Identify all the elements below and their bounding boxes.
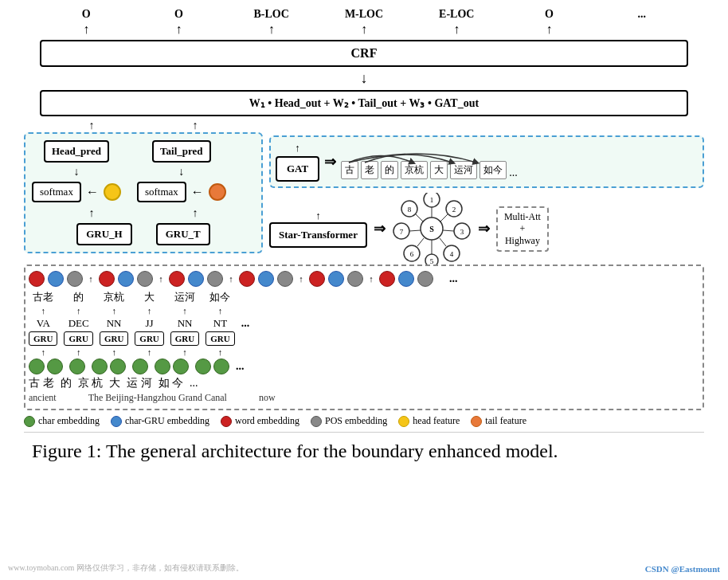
divider — [24, 432, 704, 433]
dots-emb: ... — [449, 272, 458, 285]
watermark-right: CSDN @Eastmount — [645, 564, 720, 574]
green-circle-lao — [47, 359, 63, 374]
green-circle-hang — [110, 359, 126, 374]
green-circle-ru — [195, 359, 211, 374]
label-o3: O — [530, 8, 569, 21]
green-circle-yun — [155, 359, 170, 374]
legend-word-emb-circle — [221, 416, 232, 427]
formula-box: W₁ • Head_out + W₂ • Tail_out + W₃ • GAT… — [40, 90, 688, 116]
legend-head-feature-circle — [398, 416, 409, 427]
label-dots1: ... — [622, 8, 662, 21]
gat-area: ↑ GAT ⇒ — [269, 135, 704, 188]
arrow-up-2: ↑ — [159, 22, 198, 37]
char-gru-circle-6 — [398, 271, 414, 287]
word-pos-gru-row: 古老 ↑ VA GRU ↑ 的 ↑ DEC GRU ↑ 京杭 ↑ NN GRU … — [29, 290, 699, 357]
legend-pos-emb: POS embedding — [311, 415, 387, 427]
pos-circle-6 — [417, 271, 433, 287]
legend-head-feature-label: head feature — [413, 415, 460, 427]
formula-label: W₁ • Head_out + W₂ • Tail_out + W₃ • GAT… — [249, 97, 479, 109]
pos-circle-2 — [137, 271, 153, 287]
output-labels-row: O O B-LOC M-LOC E-LOC O ... — [16, 8, 712, 21]
tail-softmax-box: softmax — [137, 182, 186, 202]
legend-char-emb-circle — [24, 416, 35, 427]
watermark-left: www.toymoban.com 网络仅供学习，非存储，如有侵权请联系删除。 — [8, 562, 244, 574]
legend-pos-emb-label: POS embedding — [325, 415, 387, 427]
legend-char-gru-label: char-GRU embedding — [125, 415, 209, 427]
multi-att-box: Multi-Att + Highway — [496, 206, 549, 252]
translation-ancient: ancient — [29, 392, 57, 404]
svg-text:7: 7 — [400, 228, 404, 236]
char-gru-circle-4 — [258, 271, 274, 287]
pos-circle-1 — [67, 271, 83, 287]
char-gru-circle-2 — [118, 271, 134, 287]
gat-box: GAT — [276, 156, 319, 182]
word-emb-circle-5 — [309, 271, 325, 287]
figure-caption-text: Figure 1: The general architecture for t… — [32, 441, 558, 461]
crf-label: CRF — [351, 46, 378, 60]
word-emb-circle-3 — [169, 271, 185, 287]
legend-char-emb: char embedding — [24, 415, 100, 427]
green-circle-gu — [29, 359, 45, 374]
crf-box: CRF — [40, 40, 688, 67]
label-o1: O — [66, 8, 106, 21]
pos-circle-5 — [347, 271, 363, 287]
gru-3: GRU — [100, 331, 128, 346]
legend-tail-feature-label: tail feature — [485, 415, 526, 427]
star-graph: S 1 2 3 4 5 6 7 8 — [392, 193, 472, 265]
arrow-up-6: ↑ — [530, 22, 569, 37]
word-emb-circle-2 — [99, 271, 115, 287]
svg-text:2: 2 — [452, 206, 456, 214]
arrow-up-1: ↑ — [66, 22, 106, 37]
svg-line-21 — [440, 238, 446, 246]
legend-char-gru-circle — [111, 416, 122, 427]
tail-pred-box: Tail_pred — [152, 140, 210, 163]
translation-row: ancient The Beijing-Hangzhou Grand Canal… — [29, 392, 699, 404]
svg-line-23 — [417, 238, 424, 246]
head-pred-box: Head_pred — [44, 140, 109, 163]
pred-row: Head_pred ↓ softmax ← Tai — [32, 140, 255, 202]
svg-line-25 — [416, 214, 424, 222]
arrow-left-softmax: ← — [86, 185, 99, 199]
label-mloc: M-LOC — [344, 8, 384, 21]
gru-1: GRU — [29, 331, 57, 346]
word-emb-circle-1 — [29, 271, 45, 287]
translation-canal: The Beijing-Hangzhou Grand Canal — [88, 392, 227, 404]
svg-line-20 — [443, 230, 454, 231]
circles-row: ↑ ↑ ↑ ↑ ↑ ↑ ... — [29, 271, 699, 287]
arrow-up-head: ↑ — [89, 120, 95, 132]
svg-text:4: 4 — [450, 250, 454, 258]
head-col: Head_pred ↓ softmax ← — [32, 140, 121, 202]
star-area: ↑ Star-Transformer ⇒ S 1 2 3 — [269, 193, 704, 265]
legend-tail-feature: tail feature — [471, 415, 526, 427]
char-gru-circle-5 — [328, 271, 344, 287]
label-bloc: B-LOC — [252, 8, 292, 21]
arrow-crf-down: ↓ — [16, 70, 712, 87]
arrow-up-4: ↑ — [344, 22, 384, 37]
embedding-section: ↑ ↑ ↑ ↑ ↑ ↑ ... — [24, 265, 704, 410]
label-o2: O — [159, 8, 198, 21]
green-circle-de — [69, 359, 85, 374]
arrow-gat-right: ⇒ — [324, 153, 336, 170]
legend-pos-emb-circle — [311, 416, 322, 427]
head-tail-box: Head_pred ↓ softmax ← Tai — [24, 132, 263, 253]
legend-char-gru-emb: char-GRU embedding — [111, 415, 209, 427]
svg-text:5: 5 — [430, 257, 434, 265]
tail-feature-circle — [209, 183, 226, 201]
head-feature-circle — [104, 183, 121, 201]
gru-h-box: GRU_H — [76, 223, 132, 245]
pos-circle-4 — [277, 271, 293, 287]
green-circle-da — [132, 359, 148, 374]
legend-row: char embedding char-GRU embedding word e… — [24, 415, 704, 427]
legend-word-emb-label: word embedding — [235, 415, 299, 427]
head-softmax-box: softmax — [32, 182, 81, 202]
gru-2: GRU — [64, 331, 92, 346]
legend-char-emb-label: char embedding — [38, 415, 100, 427]
figure-caption: Figure 1: The general architecture for t… — [32, 439, 696, 464]
arrow-up-tail: ↑ — [193, 120, 198, 132]
gru-5: GRU — [170, 331, 199, 346]
gru-4: GRU — [135, 331, 163, 346]
gru-6: GRU — [205, 331, 234, 346]
green-circle-jin — [213, 359, 229, 374]
green-circles-row: ... — [29, 359, 699, 374]
svg-line-24 — [409, 230, 421, 231]
